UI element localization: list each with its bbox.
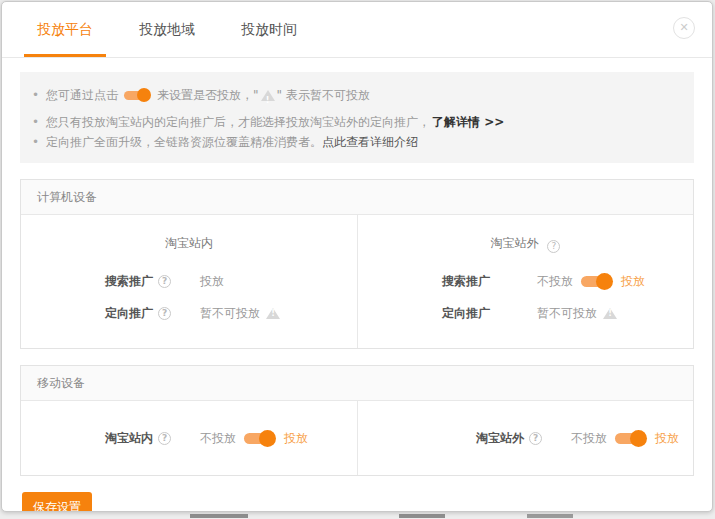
search-promotion-row: 搜索推广 不投放 投放 [358, 270, 693, 292]
targeted-promotion-value: 暂不可投放 [537, 305, 597, 322]
column-taobao-onsite: 淘宝站内 搜索推广 ? 投放 定向推广 ? 暂不可投放 [21, 215, 357, 348]
search-promotion-label: 搜索推广 [105, 273, 153, 290]
notice-text: " 表示暂不可投放 [277, 85, 370, 105]
section-title-mobile: 移动设备 [21, 366, 693, 401]
section-title-computer: 计算机设备 [21, 180, 693, 215]
toggle-on-label: 投放 [655, 430, 679, 447]
notice-bullet-3: • 定向推广全面升级，全链路资源位覆盖精准消费者。 点此查看详细介绍 [32, 132, 676, 152]
view-details-link[interactable]: 点此查看详细介绍 [322, 132, 418, 152]
tab-delivery-region[interactable]: 投放地域 [126, 2, 208, 57]
column-taobao-offsite: 淘宝站外 ? 搜索推广 不投放 投放 [357, 215, 693, 348]
close-icon: ✕ [679, 21, 688, 34]
notice-text: 您只有投放淘宝站内的定向推广后，才能选择投放淘宝站外的定向推广， [46, 112, 430, 132]
targeted-promotion-label: 定向推广 [442, 305, 490, 322]
background-page-fragment [399, 514, 445, 518]
search-promotion-row: 搜索推广 ? 投放 [21, 270, 357, 292]
search-promotion-label: 搜索推广 [442, 273, 490, 290]
tab-delivery-platform[interactable]: 投放平台 [24, 2, 106, 57]
tab-delivery-time[interactable]: 投放时间 [228, 2, 310, 57]
notice-text: 来设置是否投放，" [157, 85, 259, 105]
help-icon[interactable]: ? [547, 240, 560, 253]
targeted-promotion-value: 暂不可投放 [200, 305, 260, 322]
notice-box: • 您可通过点击 来设置是否投放，" ! " 表示暂不可投放 • 您只有投放淘宝… [20, 72, 694, 163]
notice-bullet-2: • 您只有投放淘宝站内的定向推广后，才能选择投放淘宝站外的定向推广， 了解详情 … [32, 112, 676, 132]
mobile-onsite-toggle[interactable] [244, 429, 276, 447]
warning-icon: ! [603, 307, 617, 319]
taobao-offsite-header: 淘宝站外 [491, 236, 539, 250]
targeted-promotion-label: 定向推广 [105, 305, 153, 322]
taobao-onsite-header: 淘宝站内 [21, 235, 357, 253]
toggle-off-label: 不投放 [571, 430, 607, 447]
mobile-onsite-label: 淘宝站内 [105, 430, 153, 447]
warning-icon: ! [266, 307, 280, 319]
notice-text: 您可通过点击 [46, 85, 118, 105]
mobile-device-section: 移动设备 淘宝站内 ? 不投放 投放 [20, 365, 694, 476]
column-mobile-offsite: 淘宝站外 ? 不投放 投放 [357, 401, 693, 475]
search-promotion-value: 投放 [200, 273, 224, 290]
help-icon[interactable]: ? [158, 432, 171, 445]
mobile-onsite-row: 淘宝站内 ? 不投放 投放 [21, 427, 357, 449]
background-page-fragment [190, 514, 248, 518]
column-mobile-onsite: 淘宝站内 ? 不投放 投放 [21, 401, 357, 475]
toggle-off-label: 不投放 [537, 273, 573, 290]
notice-bullet-1: • 您可通过点击 来设置是否投放，" ! " 表示暂不可投放 [32, 85, 676, 105]
targeted-promotion-row: 定向推广 暂不可投放 ! [358, 302, 693, 324]
close-button[interactable]: ✕ [673, 17, 695, 39]
help-icon[interactable]: ? [158, 307, 171, 320]
bullet-icon: • [32, 112, 39, 132]
background-page-fragment [527, 514, 573, 518]
warning-icon: ! [261, 89, 275, 101]
save-settings-button[interactable]: 保存设置 [22, 492, 92, 512]
bullet-icon: • [32, 85, 39, 105]
mobile-offsite-row: 淘宝站外 ? 不投放 投放 [358, 427, 693, 449]
mobile-offsite-toggle[interactable] [615, 429, 647, 447]
learn-more-link[interactable]: 了解详情 >> [432, 112, 504, 132]
toggle-on-label: 投放 [284, 430, 308, 447]
toggle-on-label: 投放 [621, 273, 645, 290]
search-offsite-toggle[interactable] [581, 272, 613, 290]
toggle-off-label: 不投放 [200, 430, 236, 447]
computer-device-section: 计算机设备 淘宝站内 搜索推广 ? 投放 定向推广 ? [20, 179, 694, 349]
help-icon[interactable]: ? [158, 275, 171, 288]
toggle-example-icon [124, 87, 151, 103]
targeted-promotion-row: 定向推广 ? 暂不可投放 ! [21, 302, 357, 324]
delivery-settings-dialog: 投放平台 投放地域 投放时间 ✕ • 您可通过点击 来设置是否投放，" ! " … [1, 1, 713, 512]
help-icon[interactable]: ? [529, 432, 542, 445]
bullet-icon: • [32, 132, 39, 152]
tab-bar: 投放平台 投放地域 投放时间 ✕ [2, 2, 712, 58]
notice-text: 定向推广全面升级，全链路资源位覆盖精准消费者。 [46, 132, 322, 152]
mobile-offsite-label: 淘宝站外 [476, 430, 524, 447]
